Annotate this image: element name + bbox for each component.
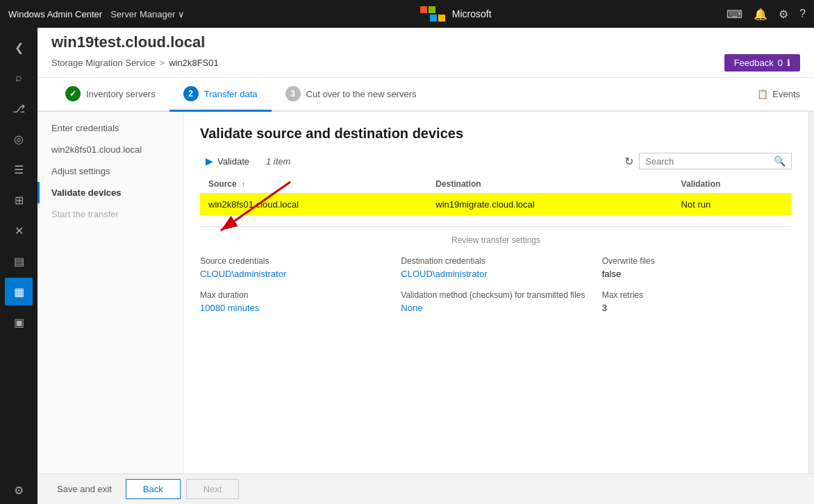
review-max-duration: Max duration 10080 minutes: [200, 290, 390, 313]
ms-logo: [420, 6, 445, 22]
main-panel: Validate source and destination devices …: [183, 112, 808, 473]
save-exit-button[interactable]: Save and exit: [49, 480, 120, 498]
topbar: Windows Admin Center Server Manager ∨ Mi…: [0, 0, 814, 28]
tab-transfer-label: Transfer data: [204, 89, 258, 99]
tab-cutover-num: 3: [285, 86, 301, 101]
breadcrumb-bar: win19test.cloud.local Storage Migration …: [38, 28, 814, 78]
feedback-count: 0: [778, 58, 783, 68]
toolbar-row: ▶ Validate 1 item ↻ 🔍: [200, 153, 792, 169]
item-count: 1 item: [266, 156, 290, 167]
feedback-label: Feedback: [734, 58, 774, 68]
toolbar-right: ↻ 🔍: [624, 153, 792, 169]
cell-destination: win19migrate.cloud.local: [427, 194, 672, 216]
tab-events[interactable]: 📋 Events: [757, 89, 800, 99]
terminal-icon[interactable]: ⌨: [726, 8, 742, 21]
nav-source[interactable]: win2k8fs01.cloud.local: [38, 139, 183, 160]
review-max-retries: Max retries 3: [602, 290, 792, 313]
app-name: Windows Admin Center: [8, 9, 102, 19]
breadcrumb-service[interactable]: Storage Migration Service: [51, 58, 156, 68]
breadcrumb-sep: >: [160, 58, 165, 68]
review-validation-method: Validation method (checksum) for transmi…: [401, 290, 590, 313]
review-max-duration-value: 10080 minutes: [200, 303, 390, 313]
toolbar-left: ▶ Validate 1 item: [200, 153, 290, 169]
bottom-bar: Save and exit Back Next: [38, 473, 814, 504]
validate-btn-label: Validate: [217, 156, 249, 167]
breadcrumb: Storage Migration Service > win2k8FS01: [51, 58, 219, 68]
host-title: win19test.cloud.local: [51, 33, 800, 51]
sidebar-icons: ❮ ⌕ ⎇ ◎ ☰ ⊞ ✕ ▤ ▦ ▣ ⚙: [0, 28, 38, 504]
sidebar-icon-list[interactable]: ☰: [5, 156, 33, 183]
breadcrumb-row: Storage Migration Service > win2k8FS01 F…: [51, 54, 800, 77]
tab-transfer-num: 2: [183, 86, 199, 101]
col-source[interactable]: Source ↑: [200, 175, 427, 194]
settings-icon[interactable]: ⚙: [779, 8, 788, 21]
next-button: Next: [186, 479, 240, 499]
help-icon[interactable]: ?: [799, 8, 806, 20]
nav-credentials[interactable]: Enter credentials: [38, 117, 183, 139]
cell-validation: Not run: [673, 194, 792, 216]
tab-inventory[interactable]: ✓ Inventory servers: [51, 78, 169, 112]
review-title: Review transfer settings: [200, 235, 792, 245]
tab-cutover[interactable]: 3 Cut over to the new servers: [272, 78, 431, 112]
sidebar-icon-chart[interactable]: ▣: [5, 308, 33, 336]
tab-inventory-num: ✓: [65, 86, 81, 101]
tool-name[interactable]: Server Manager ∨: [110, 9, 185, 19]
nav-settings[interactable]: Adjust settings: [38, 160, 183, 182]
sidebar-icon-globe[interactable]: ◎: [5, 125, 33, 153]
review-max-duration-label: Max duration: [200, 290, 390, 300]
sidebar-icon-network[interactable]: ⎇: [5, 94, 33, 122]
inner-layout: Enter credentials win2k8fs01.cloud.local…: [38, 112, 814, 473]
tab-inventory-label: Inventory servers: [86, 89, 156, 99]
search-input[interactable]: [645, 156, 770, 167]
content-area: win19test.cloud.local Storage Migration …: [38, 28, 814, 504]
tabs: ✓ Inventory servers 2 Transfer data 3 Cu…: [51, 78, 431, 110]
review-max-retries-value: 3: [602, 303, 792, 313]
tab-cutover-label: Cut over to the new servers: [306, 89, 417, 99]
nav-validate[interactable]: Validate devices: [38, 182, 183, 203]
col-destination[interactable]: Destination: [427, 175, 672, 194]
review-grid: Source credentials CLOUD\administrator D…: [200, 256, 792, 313]
review-section: Review transfer settings Source credenti…: [200, 226, 792, 313]
sidebar-icon-settings[interactable]: ⚙: [5, 476, 33, 504]
sidebar-icon-servers[interactable]: ▤: [5, 247, 33, 275]
search-box: 🔍: [639, 153, 792, 169]
topbar-center: Microsoft: [185, 6, 726, 22]
play-icon: ▶: [206, 156, 213, 167]
tab-transfer[interactable]: 2 Transfer data: [169, 78, 272, 112]
events-label: Events: [772, 89, 800, 99]
table-container: Source ↑ Destination Validation win2k8fs…: [200, 175, 792, 215]
main-layout: ❮ ⌕ ⎇ ◎ ☰ ⊞ ✕ ▤ ▦ ▣ ⚙ win19test.cloud.lo…: [0, 28, 814, 504]
topbar-brand: Microsoft: [452, 8, 492, 19]
panel-title: Validate source and destination devices: [200, 126, 792, 142]
review-source-creds-value: CLOUD\administrator: [200, 269, 390, 279]
sidebar-icon-search[interactable]: ⌕: [5, 64, 33, 92]
left-nav: Enter credentials win2k8fs01.cloud.local…: [38, 112, 183, 473]
topbar-right: ⌨ 🔔 ⚙ ?: [726, 8, 806, 21]
sidebar-icon-x[interactable]: ✕: [5, 217, 33, 244]
notification-icon[interactable]: 🔔: [754, 8, 767, 21]
events-icon: 📋: [757, 89, 768, 99]
feedback-button[interactable]: Feedback 0 ℹ: [724, 54, 800, 72]
review-validation-method-label: Validation method (checksum) for transmi…: [401, 290, 590, 300]
sidebar-icon-collapse[interactable]: ❮: [5, 33, 33, 61]
search-icon[interactable]: 🔍: [774, 156, 786, 167]
review-validation-method-value: None: [401, 303, 590, 313]
data-table: Source ↑ Destination Validation win2k8fs…: [200, 175, 792, 215]
sort-arrow-source: ↑: [242, 180, 245, 188]
validate-button[interactable]: ▶ Validate: [200, 153, 255, 169]
review-dest-creds: Destination credentials CLOUD\administra…: [401, 256, 590, 279]
breadcrumb-current: win2k8FS01: [169, 58, 219, 68]
refresh-button[interactable]: ↻: [624, 155, 633, 168]
back-button[interactable]: Back: [126, 479, 181, 499]
col-validation[interactable]: Validation: [673, 175, 792, 194]
review-dest-creds-value: CLOUD\administrator: [401, 269, 590, 279]
feedback-info-icon: ℹ: [787, 58, 790, 68]
sidebar-icon-storage[interactable]: ▦: [5, 278, 33, 305]
cell-source: win2k8fs01.cloud.local: [200, 194, 427, 216]
table-row[interactable]: win2k8fs01.cloud.local win19migrate.clou…: [200, 194, 792, 216]
sidebar-icon-grid[interactable]: ⊞: [5, 186, 33, 214]
scrollbar[interactable]: [808, 112, 814, 473]
nav-transfer: Start the transfer: [38, 203, 183, 225]
review-dest-creds-label: Destination credentials: [401, 256, 590, 266]
tabs-bar: ✓ Inventory servers 2 Transfer data 3 Cu…: [38, 78, 814, 112]
